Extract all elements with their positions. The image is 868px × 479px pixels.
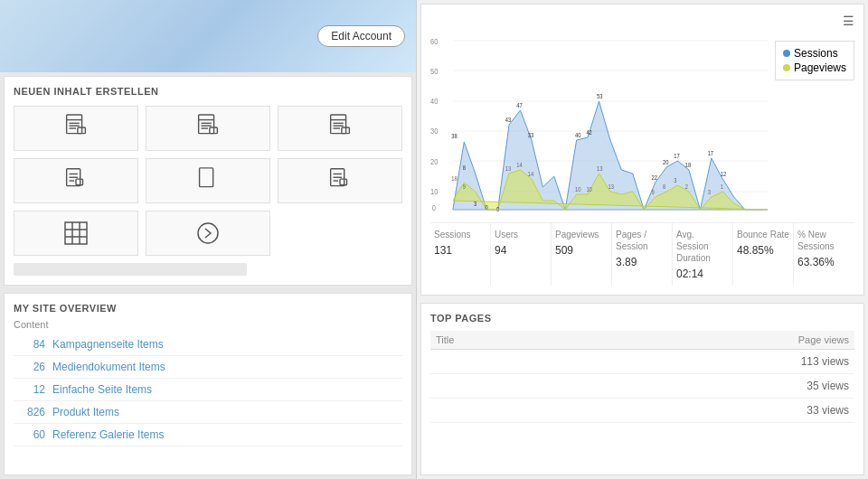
stat-header: Pageviews <box>555 229 608 240</box>
overview-item[interactable]: 84Kampagnenseite Items <box>14 333 402 356</box>
create-icon-arrow[interactable] <box>146 211 270 256</box>
chart-area: 60 50 40 30 20 10 0 38 8 3 0 0 <box>430 32 768 215</box>
item-label: Mediendokument Items <box>52 361 165 373</box>
stat-header: Sessions <box>434 229 486 240</box>
svg-text:0: 0 <box>496 205 500 212</box>
table-row[interactable]: 33 views <box>430 399 854 423</box>
stat-column: Sessions131 <box>430 223 491 286</box>
overview-title: MY SITE OVERVIEW <box>14 303 402 314</box>
edit-account-button[interactable]: Edit Account <box>317 25 405 47</box>
overview-item[interactable]: 60Referenz Galerie Items <box>14 424 402 446</box>
legend-sessions: Sessions <box>783 47 846 60</box>
top-pages-title: TOP PAGES <box>430 313 854 324</box>
create-icon-6[interactable] <box>278 158 402 203</box>
item-count: 826 <box>14 406 45 418</box>
svg-rect-0 <box>67 115 82 134</box>
icon-grid-row2 <box>14 158 402 203</box>
item-count: 12 <box>14 383 45 396</box>
create-icon-1[interactable] <box>14 106 138 151</box>
create-icon-2[interactable] <box>146 106 270 151</box>
overview-item[interactable]: 12Einfache Seite Items <box>14 379 402 401</box>
stat-value: 48.85% <box>737 244 789 257</box>
icon-grid-row1 <box>14 106 402 151</box>
svg-text:30: 30 <box>430 127 439 136</box>
svg-text:13: 13 <box>505 164 512 172</box>
top-pages-section: TOP PAGES Title Page views 113 views35 v… <box>420 303 864 475</box>
page-views-cell: 33 views <box>567 399 854 423</box>
svg-text:3: 3 <box>708 188 712 195</box>
stat-value: 94 <box>495 244 547 257</box>
svg-text:10: 10 <box>430 187 439 196</box>
content-label: Content <box>14 319 402 330</box>
overview-item[interactable]: 826Produkt Items <box>14 401 402 424</box>
svg-text:13: 13 <box>597 164 603 172</box>
stat-value: 02:14 <box>676 268 729 280</box>
svg-text:1: 1 <box>721 183 724 190</box>
svg-text:17: 17 <box>674 152 680 159</box>
pageviews-dot <box>783 64 790 71</box>
stat-header: % New Sessions <box>797 229 851 252</box>
create-content-section: NEUEN INHALT ERSTELLEN <box>4 76 412 286</box>
item-label: Einfache Seite Items <box>52 383 152 396</box>
svg-text:22: 22 <box>652 174 658 181</box>
site-overview: MY SITE OVERVIEW Content 84Kampagnenseit… <box>4 293 412 475</box>
svg-text:2: 2 <box>685 183 689 190</box>
page-title-cell <box>430 374 567 399</box>
stat-column: Users94 <box>491 223 552 286</box>
page-title-cell <box>430 399 567 423</box>
legend-pageviews: Pageviews <box>783 61 846 74</box>
svg-text:33: 33 <box>528 131 534 138</box>
svg-text:8: 8 <box>663 183 666 190</box>
sessions-label: Sessions <box>794 47 838 60</box>
overview-item[interactable]: 26Mediendokument Items <box>14 356 402 379</box>
svg-text:9: 9 <box>463 183 467 190</box>
header-banner: Edit Account <box>0 0 416 72</box>
page-title-cell <box>430 350 567 374</box>
col-title-header: Title <box>430 331 567 350</box>
svg-text:3: 3 <box>674 176 677 183</box>
stat-column: Avg. Session Duration02:14 <box>673 223 733 286</box>
table-row[interactable]: 113 views <box>430 350 854 374</box>
item-count: 26 <box>14 361 45 373</box>
chart-stats: Sessions131Users94Pageviews509Pages / Se… <box>430 222 854 286</box>
svg-rect-28 <box>340 179 347 185</box>
stat-column: Pageviews509 <box>552 223 612 286</box>
stat-value: 131 <box>434 244 486 257</box>
svg-text:9: 9 <box>652 188 656 195</box>
svg-text:14: 14 <box>528 170 534 177</box>
item-count: 60 <box>14 428 45 441</box>
stat-value: 509 <box>555 244 608 257</box>
pageviews-label: Pageviews <box>794 61 846 74</box>
create-icon-4[interactable] <box>14 158 138 203</box>
chart-section: ☰ 60 50 40 30 20 <box>420 4 864 296</box>
create-section-title: NEUEN INHALT ERSTELLEN <box>14 86 402 97</box>
svg-rect-22 <box>76 179 83 185</box>
page-views-cell: 113 views <box>567 350 854 374</box>
svg-text:3: 3 <box>474 200 477 207</box>
chart-svg: 60 50 40 30 20 10 0 38 8 3 0 0 <box>430 32 768 212</box>
svg-text:53: 53 <box>597 92 603 99</box>
stat-header: Users <box>495 229 547 240</box>
svg-text:8: 8 <box>463 164 467 171</box>
svg-text:20: 20 <box>663 158 669 165</box>
stat-column: Pages / Session3.89 <box>612 223 673 286</box>
pages-table: Title Page views 113 views35 views33 vie… <box>430 331 854 423</box>
chart-legend: Sessions Pageviews <box>775 32 854 215</box>
svg-text:40: 40 <box>575 131 581 138</box>
create-icon-table[interactable] <box>14 211 138 256</box>
overview-items-container: 84Kampagnenseite Items26Mediendokument I… <box>14 333 402 446</box>
table-row[interactable]: 35 views <box>430 374 854 399</box>
chart-menu-icon[interactable]: ☰ <box>843 14 854 28</box>
svg-text:42: 42 <box>586 128 592 136</box>
svg-rect-6 <box>199 115 214 134</box>
svg-text:17: 17 <box>708 149 714 156</box>
icon-grid-row3 <box>14 211 402 256</box>
svg-text:47: 47 <box>516 101 523 108</box>
svg-text:18: 18 <box>451 174 458 182</box>
create-icon-3[interactable] <box>278 106 402 151</box>
create-icon-5[interactable] <box>146 158 270 203</box>
page-views-cell: 35 views <box>567 374 854 399</box>
stat-column: % New Sessions63.36% <box>794 223 854 286</box>
create-icon-empty <box>278 211 402 256</box>
svg-point-34 <box>198 223 218 243</box>
